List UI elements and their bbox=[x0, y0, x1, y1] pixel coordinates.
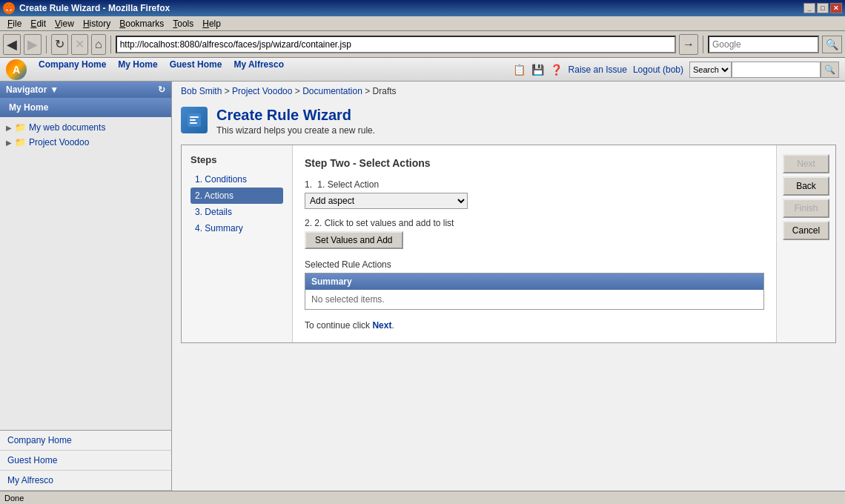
wizard-buttons: Next Back Finish Cancel bbox=[776, 145, 835, 342]
navigator-label-row: Navigator ▼ bbox=[6, 84, 59, 95]
menu-bookmarks[interactable]: Bookmarks bbox=[115, 17, 168, 30]
nav-company-home[interactable]: Company Home bbox=[39, 59, 106, 80]
main-layout: Navigator ▼ ↻ My Home ▶ 📁 My web documen… bbox=[0, 82, 845, 491]
title-left: 🦊 Create Rule Wizard - Mozilla Firefox bbox=[3, 2, 170, 14]
finish-button[interactable]: Finish bbox=[783, 199, 829, 218]
search-button[interactable]: 🔍 bbox=[822, 36, 842, 53]
selected-rule-actions: Selected Rule Actions Summary No selecte… bbox=[305, 259, 764, 310]
sidebar-company-home[interactable]: Company Home bbox=[0, 431, 171, 451]
raise-issue-link[interactable]: Raise an Issue bbox=[569, 64, 627, 75]
sidebar: Navigator ▼ ↻ My Home ▶ 📁 My web documen… bbox=[0, 82, 172, 491]
go-button[interactable]: → bbox=[679, 34, 698, 55]
select-action-text: 1. Select Action bbox=[317, 179, 379, 190]
my-home-item[interactable]: My Home bbox=[0, 98, 171, 117]
menu-history[interactable]: History bbox=[79, 17, 115, 30]
nav-guest-home[interactable]: Guest Home bbox=[170, 59, 222, 80]
navigator-dropdown-icon[interactable]: ▼ bbox=[50, 84, 59, 95]
step-2-number: 2. bbox=[305, 218, 314, 228]
window-controls: _ □ ✕ bbox=[803, 3, 842, 13]
nav-search: Search 🔍 bbox=[689, 62, 839, 78]
tree-label-2: Project Voodoo bbox=[29, 137, 89, 147]
folder-icon-2: 📁 bbox=[15, 137, 26, 147]
set-values-button[interactable]: Set Values and Add bbox=[305, 231, 403, 249]
breadcrumb-documentation[interactable]: Documentation bbox=[302, 86, 362, 96]
wizard-title-block: Create Rule Wizard This wizard helps you… bbox=[216, 107, 375, 136]
nav-icon-2[interactable]: 💾 bbox=[531, 64, 544, 76]
steps-panel: Steps 1. Conditions 2. Actions 3. Detail… bbox=[182, 145, 293, 342]
cancel-button[interactable]: Cancel bbox=[783, 221, 829, 240]
window-title: Create Rule Wizard - Mozilla Firefox bbox=[19, 3, 170, 13]
menu-edit[interactable]: Edit bbox=[26, 17, 50, 30]
steps-heading: Steps bbox=[190, 154, 283, 165]
menu-tools[interactable]: Tools bbox=[168, 17, 198, 30]
address-bar[interactable] bbox=[116, 36, 676, 53]
minimize-btn[interactable]: _ bbox=[803, 3, 815, 13]
help-icon-btn[interactable]: ❓ bbox=[550, 64, 563, 76]
step-actions[interactable]: 2. Actions bbox=[190, 188, 283, 204]
content-area: Bob Smith > Project Voodoo > Documentati… bbox=[172, 82, 845, 491]
logout-link[interactable]: Logout (bob) bbox=[633, 64, 683, 75]
menubar: File Edit View History Bookmarks Tools H… bbox=[0, 16, 845, 31]
breadcrumb-sep-2: > bbox=[295, 86, 302, 96]
tree-label-1: My web documents bbox=[29, 122, 105, 133]
breadcrumb: Bob Smith > Project Voodoo > Documentati… bbox=[172, 82, 845, 101]
select-action-label: 1. 1. Select Action bbox=[305, 179, 764, 190]
nav-my-alfresco[interactable]: My Alfresco bbox=[233, 59, 284, 80]
nav-icon-1[interactable]: 📋 bbox=[513, 64, 526, 76]
select-action-row: 1. 1. Select Action Add aspect Copy cont… bbox=[305, 179, 764, 209]
tree-item-my-web-docs[interactable]: ▶ 📁 My web documents bbox=[0, 120, 171, 135]
menu-view[interactable]: View bbox=[50, 17, 79, 30]
actions-panel: Step Two - Select Actions 1. 1. Select A… bbox=[293, 145, 776, 342]
click-to-set-label: 2. 2. Click to set values and add to lis… bbox=[305, 218, 764, 228]
svg-rect-2 bbox=[190, 119, 196, 121]
wizard: Create Rule Wizard This wizard helps you… bbox=[181, 107, 836, 343]
menu-file[interactable]: File bbox=[3, 17, 26, 30]
nav-search-input[interactable] bbox=[732, 62, 821, 78]
select-action-number: 1. bbox=[305, 179, 312, 190]
titlebar: 🦊 Create Rule Wizard - Mozilla Firefox _… bbox=[0, 0, 845, 16]
step-details[interactable]: 3. Details bbox=[190, 204, 283, 220]
reload-button[interactable]: ↻ bbox=[51, 34, 68, 55]
status-text: Done bbox=[4, 494, 24, 503]
step-summary[interactable]: 4. Summary bbox=[190, 220, 283, 236]
maximize-btn[interactable]: □ bbox=[817, 3, 829, 13]
close-btn[interactable]: ✕ bbox=[830, 3, 842, 13]
wizard-body: Steps 1. Conditions 2. Actions 3. Detail… bbox=[181, 145, 836, 343]
search-scope-select[interactable]: Search bbox=[689, 62, 732, 78]
action-select[interactable]: Add aspect Copy content Move content Che… bbox=[305, 193, 468, 209]
sidebar-tree: ▶ 📁 My web documents ▶ 📁 Project Voodoo bbox=[0, 117, 171, 430]
sidebar-refresh-icon[interactable]: ↻ bbox=[158, 84, 165, 95]
set-values-row: 2. 2. Click to set values and add to lis… bbox=[305, 218, 764, 249]
nav-right: 📋 💾 ❓ Raise an Issue Logout (bob) Search… bbox=[513, 62, 839, 78]
stop-button[interactable]: ✕ bbox=[71, 34, 88, 55]
sidebar-my-alfresco[interactable]: My Alfresco bbox=[0, 471, 171, 491]
continue-text: To continue click Next. bbox=[305, 320, 764, 331]
next-button[interactable]: Next bbox=[783, 154, 829, 173]
breadcrumb-sep-3: > bbox=[365, 86, 372, 96]
back-button-wiz[interactable]: Back bbox=[783, 176, 829, 196]
svg-rect-3 bbox=[190, 122, 197, 124]
home-button[interactable]: ⌂ bbox=[91, 34, 106, 55]
tree-arrow-1: ▶ bbox=[6, 124, 12, 132]
sidebar-bottom: Company Home Guest Home My Alfresco bbox=[0, 430, 171, 491]
summary-body: No selected items. bbox=[305, 290, 763, 309]
wizard-title: Create Rule Wizard bbox=[216, 107, 375, 124]
back-button[interactable]: ◀ bbox=[3, 34, 21, 55]
breadcrumb-project-voodoo[interactable]: Project Voodoo bbox=[232, 86, 292, 96]
sidebar-guest-home[interactable]: Guest Home bbox=[0, 451, 171, 471]
alfresco-logo: A bbox=[6, 59, 27, 80]
nav-my-home[interactable]: My Home bbox=[118, 59, 157, 80]
breadcrumb-bob-smith[interactable]: Bob Smith bbox=[181, 86, 222, 96]
selected-rule-label: Selected Rule Actions bbox=[305, 259, 764, 270]
forward-button[interactable]: ▶ bbox=[24, 34, 42, 55]
click-to-set-text: 2. Click to set values and add to list bbox=[314, 218, 454, 228]
menu-help[interactable]: Help bbox=[198, 17, 225, 30]
statusbar: Done bbox=[0, 491, 845, 504]
sidebar-header: Navigator ▼ ↻ bbox=[0, 82, 171, 98]
step-conditions[interactable]: 1. Conditions bbox=[190, 171, 283, 188]
tree-item-project-voodoo[interactable]: ▶ 📁 Project Voodoo bbox=[0, 135, 171, 150]
search-input[interactable] bbox=[708, 36, 819, 53]
summary-header: Summary bbox=[305, 273, 763, 290]
nav-search-button[interactable]: 🔍 bbox=[821, 62, 839, 78]
breadcrumb-drafts: Drafts bbox=[373, 86, 397, 96]
